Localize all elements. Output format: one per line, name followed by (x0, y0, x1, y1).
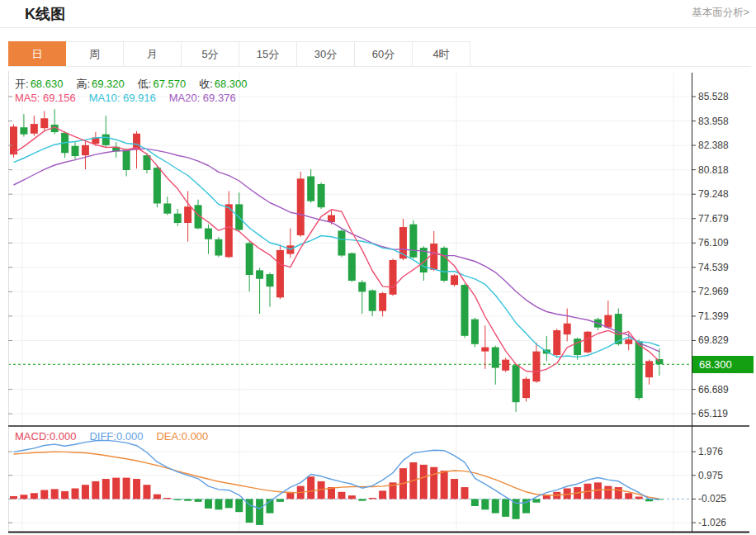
diff-value: DIFF:0.000 (89, 430, 143, 443)
price-tick-label: 82.388 (698, 140, 729, 151)
ma10-value: MA10: 69.916 (89, 92, 156, 104)
ohlc-readout: 开:68.630高:69.320低:67.570收:68.300 (15, 77, 261, 92)
price-tick-label: 72.969 (698, 286, 729, 297)
macd-tick-label: 1.976 (698, 446, 723, 457)
close-label: 收: (199, 78, 213, 90)
price-tick-label: 85.528 (698, 91, 729, 102)
open-label: 开: (15, 78, 29, 90)
macd-readout: MACD:0.000DIFF:0.000DEA:0.000 (15, 430, 208, 443)
macd-value: MACD:0.000 (15, 430, 76, 443)
macd-tick-label: -1.026 (698, 517, 726, 528)
ma-readout: MA5: 69.156MA10: 69.916MA20: 69.376 (15, 92, 236, 104)
price-tick-label: 74.539 (698, 262, 729, 273)
price-tick-label: 66.689 (698, 384, 729, 395)
price-tick-label: 83.958 (698, 116, 729, 127)
price-tick-label: 77.679 (698, 213, 729, 225)
low-value: 67.570 (153, 78, 186, 90)
close-value: 68.300 (215, 78, 248, 90)
macd-tick-label: -0.025 (698, 493, 726, 504)
price-tick-label: 65.119 (698, 408, 728, 419)
high-label: 高: (76, 78, 90, 90)
ma5-value: MA5: 69.156 (15, 92, 76, 104)
low-label: 低: (138, 78, 152, 90)
price-tick-label: 80.818 (698, 164, 729, 176)
price-tick-label: 69.829 (698, 334, 729, 346)
high-value: 69.320 (92, 78, 125, 90)
ma20-value: MA20: 69.376 (169, 92, 236, 104)
macd-tick-label: 0.975 (698, 470, 723, 481)
dea-value: DEA:0.000 (156, 430, 208, 443)
kline-app: K线图 基本面分析> 日周月5分15分30分60分4时 开:68.630高:69… (0, 0, 756, 535)
price-tick-label: 71.399 (698, 310, 729, 322)
price-tick-label: 79.248 (698, 188, 729, 200)
open-value: 68.630 (31, 78, 64, 90)
current-price-badge: 68.300 (692, 356, 754, 373)
price-tick-label: 76.109 (698, 237, 729, 249)
